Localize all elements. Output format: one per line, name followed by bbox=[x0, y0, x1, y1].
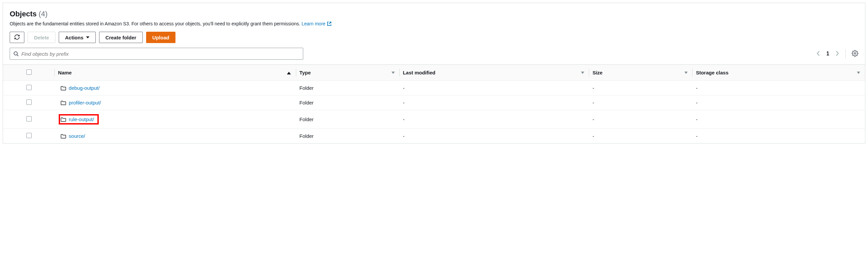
prev-page-button[interactable] bbox=[816, 50, 820, 57]
learn-more-text: Learn more bbox=[302, 21, 326, 26]
header-last-modified[interactable]: Last modified bbox=[400, 65, 589, 81]
table-row: profiler-output/Folder--- bbox=[3, 95, 865, 110]
row-checkbox[interactable] bbox=[26, 85, 32, 90]
object-count: (4) bbox=[39, 10, 48, 18]
table-row: debug-output/Folder--- bbox=[3, 81, 865, 95]
cell-size: - bbox=[589, 81, 692, 95]
cell-last-modified: - bbox=[400, 95, 589, 110]
table-row: source/Folder--- bbox=[3, 129, 865, 144]
settings-button[interactable] bbox=[851, 50, 858, 58]
header-size-label: Size bbox=[592, 70, 602, 76]
search-box[interactable] bbox=[10, 48, 303, 60]
panel-title: Objects bbox=[10, 10, 37, 18]
object-name-link[interactable]: rule-output/ bbox=[69, 116, 94, 122]
filter-icon bbox=[582, 70, 584, 76]
header-select-all[interactable] bbox=[3, 65, 55, 81]
refresh-icon bbox=[14, 34, 20, 41]
search-input[interactable] bbox=[21, 51, 300, 57]
actions-button[interactable]: Actions bbox=[59, 32, 96, 43]
cell-name: debug-output/ bbox=[55, 81, 296, 95]
highlighted-row: rule-output/ bbox=[59, 114, 99, 124]
header-last-modified-label: Last modified bbox=[403, 70, 436, 76]
row-checkbox[interactable] bbox=[26, 133, 32, 138]
filter-icon bbox=[685, 70, 687, 76]
cell-type: Folder bbox=[296, 129, 400, 144]
learn-more-link[interactable]: Learn more bbox=[302, 21, 332, 26]
object-name-link[interactable]: source/ bbox=[69, 133, 85, 139]
external-link-icon bbox=[327, 21, 332, 26]
panel-description: Objects are the fundamental entities sto… bbox=[10, 21, 858, 26]
caret-down-icon bbox=[86, 36, 89, 38]
object-name-link[interactable]: profiler-output/ bbox=[69, 100, 101, 106]
filter-icon bbox=[857, 70, 860, 76]
header-storage-class[interactable]: Storage class bbox=[692, 65, 865, 81]
svg-point-1 bbox=[854, 52, 856, 54]
cell-last-modified: - bbox=[400, 129, 589, 144]
header-name-label: Name bbox=[58, 70, 72, 76]
header-storage-class-label: Storage class bbox=[696, 70, 728, 76]
sort-asc-icon bbox=[287, 70, 291, 76]
table-row: rule-output/Folder--- bbox=[3, 110, 865, 129]
folder-icon bbox=[61, 101, 66, 105]
objects-table: Name Type Last modified bbox=[3, 64, 865, 143]
row-checkbox[interactable] bbox=[26, 116, 32, 121]
cell-storage-class: - bbox=[692, 95, 865, 110]
checkbox[interactable] bbox=[26, 69, 32, 75]
folder-icon bbox=[61, 134, 66, 139]
header-size[interactable]: Size bbox=[589, 65, 692, 81]
cell-last-modified: - bbox=[400, 81, 589, 95]
next-page-button[interactable] bbox=[835, 50, 839, 57]
divider bbox=[845, 49, 846, 58]
cell-type: Folder bbox=[296, 81, 400, 95]
row-checkbox[interactable] bbox=[26, 99, 32, 105]
cell-storage-class: - bbox=[692, 129, 865, 144]
search-icon bbox=[13, 51, 19, 56]
cell-storage-class: - bbox=[692, 81, 865, 95]
cell-name: profiler-output/ bbox=[55, 95, 296, 110]
folder-icon bbox=[61, 117, 66, 122]
cell-last-modified: - bbox=[400, 110, 589, 129]
cell-type: Folder bbox=[296, 110, 400, 129]
create-folder-button[interactable]: Create folder bbox=[99, 32, 143, 43]
folder-icon bbox=[61, 86, 66, 90]
object-name-link[interactable]: debug-output/ bbox=[69, 85, 100, 91]
cell-type: Folder bbox=[296, 95, 400, 110]
header-type[interactable]: Type bbox=[296, 65, 400, 81]
cell-name: rule-output/ bbox=[55, 110, 296, 129]
actions-label: Actions bbox=[65, 35, 84, 40]
cell-storage-class: - bbox=[692, 110, 865, 129]
cell-size: - bbox=[589, 110, 692, 129]
pagination: 1 bbox=[816, 49, 858, 58]
cell-size: - bbox=[589, 95, 692, 110]
upload-button[interactable]: Upload bbox=[146, 32, 176, 43]
toolbar: Delete Actions Create folder Upload bbox=[10, 32, 858, 43]
delete-button[interactable]: Delete bbox=[28, 32, 55, 43]
cell-name: source/ bbox=[55, 129, 296, 144]
objects-panel: Objects (4) Objects are the fundamental … bbox=[3, 3, 865, 144]
page-number: 1 bbox=[826, 51, 829, 57]
cell-size: - bbox=[589, 129, 692, 144]
description-text: Objects are the fundamental entities sto… bbox=[10, 21, 300, 26]
svg-point-0 bbox=[14, 52, 17, 55]
header-type-label: Type bbox=[300, 70, 311, 76]
header-name[interactable]: Name bbox=[55, 65, 296, 81]
filter-icon bbox=[392, 70, 394, 76]
refresh-button[interactable] bbox=[10, 32, 24, 43]
